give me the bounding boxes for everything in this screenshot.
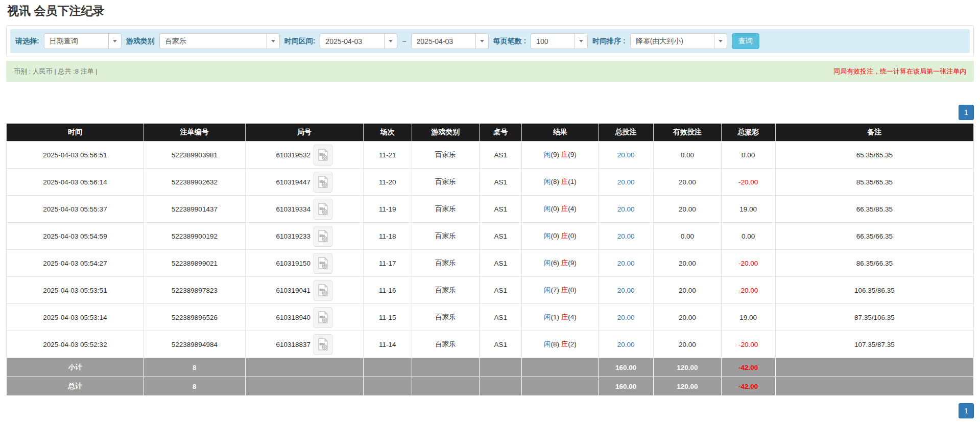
payout-cell: 19.00 xyxy=(721,304,775,331)
bet-id-cell: 522389897823 xyxy=(144,277,245,304)
subtotal-valid-bet: 120.00 xyxy=(654,358,722,377)
game-type-cell: 百家乐 xyxy=(412,250,480,277)
col-valid-bet: 有效投注 xyxy=(654,124,722,142)
video-playback-button[interactable] xyxy=(314,280,332,301)
round-id-cell: 610319532 xyxy=(245,142,363,169)
result-cell: 闲(9) 庄(9) xyxy=(522,142,599,169)
session-cell: 11-15 xyxy=(363,304,412,331)
time-cell: 2025-04-03 05:54:27 xyxy=(7,250,144,277)
game-type-cell: 百家乐 xyxy=(412,277,480,304)
banker-result-label: 庄 xyxy=(561,259,568,267)
video-playback-button[interactable] xyxy=(314,172,332,193)
video-playback-button[interactable] xyxy=(314,334,332,355)
total-bet-link[interactable]: 20.00 xyxy=(617,151,635,159)
table-no-cell: AS1 xyxy=(480,277,522,304)
grand-total-valid-bet: 120.00 xyxy=(654,377,722,396)
chevron-down-icon xyxy=(475,34,488,49)
grand-total-payout: -42.00 xyxy=(721,377,775,396)
total-bet-link[interactable]: 20.00 xyxy=(617,314,635,321)
page-1-button[interactable]: 1 xyxy=(959,105,974,120)
remark-cell: 86.35/66.35 xyxy=(775,250,973,277)
banker-result-label: 庄 xyxy=(561,232,568,240)
col-game-type: 游戏类别 xyxy=(412,124,480,142)
subtotal-row: 小计 8 160.00 120.00 -42.00 xyxy=(7,358,974,377)
player-result-value: (6) xyxy=(551,259,561,267)
total-bet-cell: 20.00 xyxy=(599,331,654,358)
time-cell: 2025-04-03 05:55:37 xyxy=(7,196,144,223)
col-table-no: 桌号 xyxy=(480,124,522,142)
video-replay-icon xyxy=(318,176,328,189)
round-id-value: 610319150 xyxy=(276,260,311,267)
subtotal-label: 小计 xyxy=(7,358,144,377)
query-type-label: 请选择: xyxy=(15,37,39,46)
top-pagination: 1 xyxy=(6,105,974,120)
search-button[interactable]: 查询 xyxy=(732,33,759,49)
video-playback-button[interactable] xyxy=(314,226,332,247)
result-cell: 闲(6) 庄(9) xyxy=(522,250,599,277)
game-type-cell: 百家乐 xyxy=(412,169,480,196)
video-playback-button[interactable] xyxy=(314,307,332,328)
chevron-down-icon xyxy=(575,34,587,49)
round-id-value: 610318837 xyxy=(276,341,311,348)
banker-result-value: (0) xyxy=(568,286,577,294)
game-type-cell: 百家乐 xyxy=(412,304,480,331)
time-range-label: 时间区间: xyxy=(284,37,316,46)
video-playback-button[interactable] xyxy=(314,199,332,220)
total-bet-cell: 20.00 xyxy=(599,277,654,304)
session-cell: 11-21 xyxy=(363,142,412,169)
col-session: 场次 xyxy=(363,124,412,142)
banker-result-value: (0) xyxy=(568,232,577,240)
video-playback-button[interactable] xyxy=(314,253,332,274)
banker-result-value: (4) xyxy=(568,313,577,321)
video-playback-button[interactable] xyxy=(314,145,332,166)
table-footer: 小计 8 160.00 120.00 -42.00 总计 8 160.00 12… xyxy=(7,358,974,396)
player-result-value: (9) xyxy=(551,151,561,158)
date-from-value: 2025-04-03 xyxy=(320,37,384,45)
payout-cell: 0.00 xyxy=(721,142,775,169)
result-cell: 闲(8) 庄(2) xyxy=(522,331,599,358)
total-bet-link[interactable]: 20.00 xyxy=(617,341,635,348)
player-result-value: (7) xyxy=(551,286,561,294)
total-bet-cell: 20.00 xyxy=(599,304,654,331)
bet-id-cell: 522389894984 xyxy=(144,331,245,358)
page: 视讯 会员下注纪录 请选择: 日期查询 游戏类别 百家乐 时间区间: 2025-… xyxy=(0,0,980,422)
date-from-select[interactable]: 2025-04-03 xyxy=(320,33,397,49)
grand-total-total-bet: 160.00 xyxy=(599,377,654,396)
banker-result-value: (9) xyxy=(568,151,577,158)
result-cell: 闲(0) 庄(0) xyxy=(522,223,599,250)
chevron-down-icon xyxy=(267,34,279,49)
date-to-value: 2025-04-03 xyxy=(412,37,475,45)
page-1-button[interactable]: 1 xyxy=(959,403,974,418)
valid-bet-cell: 20.00 xyxy=(654,250,722,277)
round-id-value: 610319447 xyxy=(276,178,311,186)
sort-order-select[interactable]: 降幂(由大到小) xyxy=(630,33,727,49)
col-round-id: 局号 xyxy=(245,124,363,142)
round-id-cell: 610318940 xyxy=(245,304,363,331)
player-result-value: (8) xyxy=(551,340,561,348)
sort-order-value: 降幂(由大到小) xyxy=(631,37,714,46)
total-bet-link[interactable]: 20.00 xyxy=(617,260,635,267)
remark-cell: 106.35/86.35 xyxy=(775,277,973,304)
total-bet-link[interactable]: 20.00 xyxy=(617,232,635,240)
round-id-cell: 610319150 xyxy=(245,250,363,277)
game-category-select[interactable]: 百家乐 xyxy=(159,33,280,49)
time-cell: 2025-04-03 05:52:32 xyxy=(7,331,144,358)
payout-cell: -20.00 xyxy=(721,169,775,196)
total-bet-link[interactable]: 20.00 xyxy=(617,205,635,213)
total-bet-cell: 20.00 xyxy=(599,169,654,196)
total-bet-cell: 20.00 xyxy=(599,142,654,169)
banker-result-label: 庄 xyxy=(561,178,568,185)
session-cell: 11-19 xyxy=(363,196,412,223)
bet-id-cell: 522389900192 xyxy=(144,223,245,250)
round-id-cell: 610318837 xyxy=(245,331,363,358)
remark-cell: 85.35/65.35 xyxy=(775,169,973,196)
total-bet-link[interactable]: 20.00 xyxy=(617,178,635,186)
query-type-select[interactable]: 日期查询 xyxy=(44,33,122,49)
total-bet-link[interactable]: 20.00 xyxy=(617,287,635,294)
page-size-select[interactable]: 100 xyxy=(531,33,588,49)
date-to-select[interactable]: 2025-04-03 xyxy=(411,33,489,49)
table-no-cell: AS1 xyxy=(480,331,522,358)
bet-id-cell: 522389903981 xyxy=(144,142,245,169)
payout-cell: 0.00 xyxy=(721,223,775,250)
payout-cell: -20.00 xyxy=(721,331,775,358)
